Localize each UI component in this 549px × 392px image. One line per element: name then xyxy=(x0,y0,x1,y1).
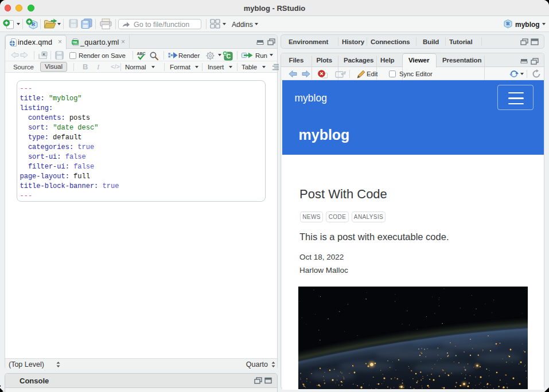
svg-text:YML: YML xyxy=(72,41,78,44)
svg-text:R: R xyxy=(506,21,510,26)
